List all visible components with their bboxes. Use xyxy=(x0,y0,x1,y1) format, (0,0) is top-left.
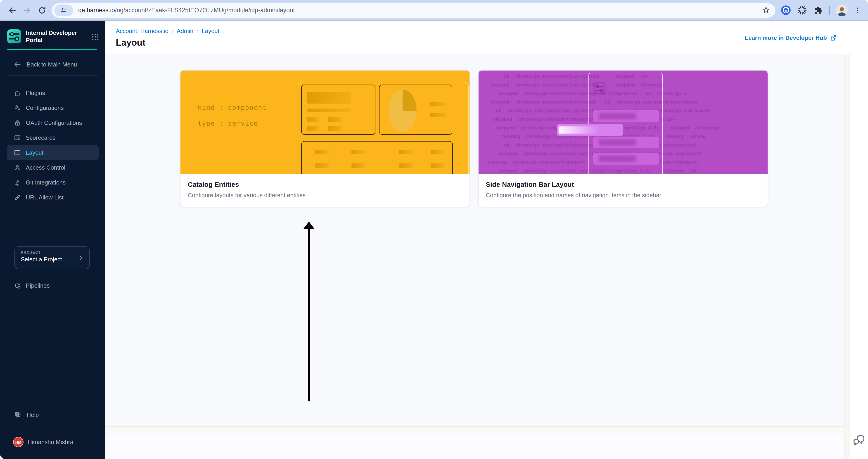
breadcrumb-separator: › xyxy=(172,28,174,34)
sidebar-item-label: OAuth Configurations xyxy=(26,120,82,126)
card-description: Configure the position and names of navi… xyxy=(486,192,761,199)
user-profile[interactable]: HM Himanshu Mishra xyxy=(13,437,73,447)
sidebar-item-label: URL Allow List xyxy=(26,194,64,201)
url-text: qa.harness.io/ng/account/zEaak-FLS425IEO… xyxy=(78,7,760,13)
learn-more-link[interactable]: Learn more in Developer Hub xyxy=(745,34,837,41)
user-initials: HM xyxy=(16,440,21,444)
layout-cards: kind : component type : service xyxy=(180,70,768,207)
sidebar-item-label: Configurations xyxy=(26,104,64,111)
sidebar-item-label: Scorecards xyxy=(26,134,56,141)
sidebar-accent-line xyxy=(7,49,97,50)
browser-toolbar: qa.harness.io/ng/account/zEaak-FLS425IEO… xyxy=(0,0,868,21)
up-arrow-annotation-head xyxy=(303,222,315,229)
mock-idp-logo-icon xyxy=(593,82,606,95)
external-link-icon xyxy=(830,34,837,41)
catalog-entities-card[interactable]: kind : component type : service xyxy=(180,70,470,207)
onepassword-extension-button[interactable] xyxy=(781,5,791,15)
star-icon xyxy=(762,6,770,14)
spinner-icon xyxy=(797,5,807,15)
card-description: Configure layouts for various different … xyxy=(188,192,462,199)
help-button[interactable]: ? Help xyxy=(13,411,39,419)
url-path: /ng/account/zEaak-FLS425IEO7OLzMUg/modul… xyxy=(115,7,295,13)
gear-icon xyxy=(13,104,21,112)
browser-menu-button[interactable] xyxy=(854,6,862,14)
address-bar[interactable]: qa.harness.io/ng/account/zEaak-FLS425IEO… xyxy=(52,3,775,18)
sidebar-item-layout[interactable]: Layout xyxy=(7,145,99,160)
user-avatar: HM xyxy=(13,437,24,447)
sidebar-item-git-integrations[interactable]: Git Integrations xyxy=(7,175,99,190)
arrow-left-icon xyxy=(13,61,21,68)
puzzle-icon xyxy=(813,5,823,15)
app-window: Internal Developer Portal Back to Main M… xyxy=(0,21,850,459)
page-header: Account: Harness.io › Admin › Layout Lay… xyxy=(105,21,850,54)
sidebar-item-scorecards[interactable]: Scorecards xyxy=(7,130,99,145)
app-grid-icon[interactable] xyxy=(91,33,99,41)
mock-widget-about xyxy=(301,85,375,135)
right-rail xyxy=(850,21,868,459)
sidebar-divider xyxy=(7,75,98,75)
kebab-menu-icon xyxy=(854,6,862,14)
sidebar-item-url-allow-list[interactable]: URL Allow List xyxy=(7,190,99,205)
breadcrumb-account-link[interactable]: Account: Harness.io xyxy=(116,28,168,34)
reload-icon xyxy=(37,6,46,15)
sidebar-item-label: Plugins xyxy=(26,90,45,96)
browser-forward-button[interactable] xyxy=(20,3,34,17)
lock-icon xyxy=(13,119,21,127)
mock-widget-chart xyxy=(379,85,452,135)
breadcrumb-admin-link[interactable]: Admin xyxy=(177,28,193,34)
mock-widget-table xyxy=(301,141,453,174)
git-branch-icon xyxy=(13,178,21,186)
user-name: Himanshu Mishra xyxy=(28,439,73,446)
sidebar-item-pipelines[interactable]: Pipelines xyxy=(7,278,99,293)
main-area: Account: Harness.io › Admin › Layout Lay… xyxy=(105,21,850,459)
screen: qa.harness.io/ng/account/zEaak-FLS425IEO… xyxy=(0,0,868,459)
spinner-extension-button[interactable] xyxy=(797,5,807,15)
up-arrow-annotation-shaft xyxy=(308,229,310,401)
help-chat-icon: ? xyxy=(13,411,22,419)
side-nav-layout-card[interactable]: ok /drone/go-scm/scm/driver/github skipp… xyxy=(478,70,768,207)
support-chat-button[interactable] xyxy=(852,433,866,447)
catalog-entities-illustration: kind : component type : service xyxy=(181,70,469,174)
scrollbar-gutter[interactable] xyxy=(844,54,850,459)
breadcrumb: Account: Harness.io › Admin › Layout xyxy=(116,28,219,34)
mock-pie-chart xyxy=(389,90,416,132)
project-selector[interactable]: PROJECT Select a Project xyxy=(14,247,90,269)
mock-nav-item-highlighted xyxy=(557,124,623,136)
browser-profile-avatar[interactable] xyxy=(836,4,848,16)
forward-icon xyxy=(23,6,32,15)
back-icon xyxy=(8,6,17,15)
project-value: Select a Project xyxy=(21,256,85,263)
sidebar-bottom-divider xyxy=(0,403,105,403)
toolbar-divider xyxy=(829,6,830,15)
link-icon xyxy=(13,194,21,201)
breadcrumb-separator: › xyxy=(196,28,198,34)
sidebar-item-oauth-configurations[interactable]: OAuth Configurations xyxy=(7,115,99,130)
footer-strip xyxy=(105,426,850,433)
content-area: kind : component type : service xyxy=(105,54,850,459)
card-title: Catalog Entities xyxy=(188,181,462,188)
extensions-menu-button[interactable] xyxy=(813,5,823,15)
code-line: type : service xyxy=(198,120,258,128)
scorecard-icon xyxy=(13,134,21,141)
sidebar-item-plugins[interactable]: Plugins xyxy=(7,86,99,100)
browser-reload-button[interactable] xyxy=(35,3,49,17)
bookmark-button[interactable] xyxy=(760,4,772,16)
url-domain: qa.harness.io xyxy=(78,7,115,13)
page-title: Layout xyxy=(116,37,146,48)
browser-back-button[interactable] xyxy=(5,3,19,17)
sidebar-item-configurations[interactable]: Configurations xyxy=(7,100,99,115)
help-label: Help xyxy=(27,412,39,418)
sidebar-item-label: Git Integrations xyxy=(26,179,66,186)
site-settings-button[interactable] xyxy=(54,4,73,16)
project-label: PROJECT xyxy=(21,251,85,255)
product-title: Internal Developer Portal xyxy=(26,29,79,44)
below-footer-area xyxy=(105,434,850,459)
sidebar-item-access-control[interactable]: Access Control xyxy=(7,160,99,175)
sidebar-nav: Plugins Configurations OAuth Configurati… xyxy=(0,86,105,205)
back-to-main-menu[interactable]: Back to Main Menu xyxy=(13,61,77,68)
chevron-right-icon xyxy=(78,255,84,261)
mock-nav-item xyxy=(593,137,659,148)
sidebar-item-label: Pipelines xyxy=(26,282,50,289)
breadcrumb-layout-link[interactable]: Layout xyxy=(202,28,219,34)
tune-icon xyxy=(60,6,68,14)
